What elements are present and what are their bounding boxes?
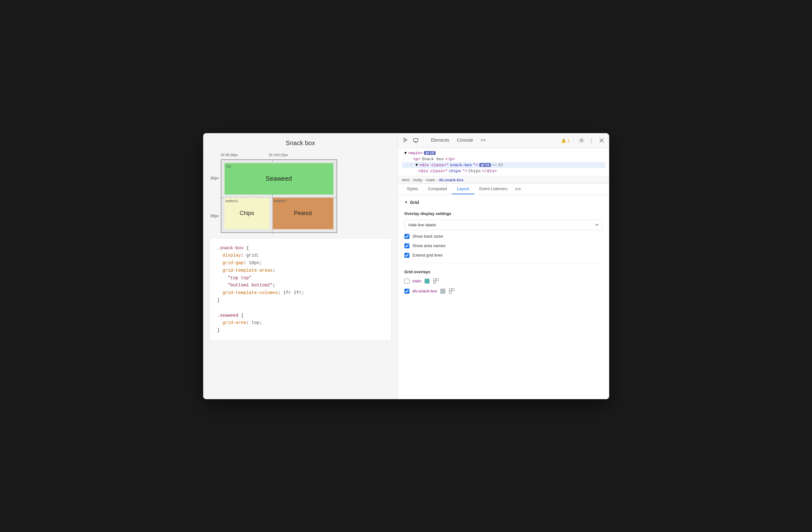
track-sizes-label: Show track sizes [412,234,444,239]
code-prop-area: grid-area [222,320,246,325]
tab-computed[interactable]: Computed [423,184,452,194]
code-val-areas2: "bottom1 bottom2" [228,283,273,288]
settings-icon[interactable] [578,137,585,144]
browser-window: Snack box 1fr·96.66px 2fr·193.32px 80px … [203,133,609,399]
dom-attr-chips: chips [449,169,461,173]
track-sizes-row: Show track sizes [404,234,603,239]
breadcrumb-snackbox[interactable]: div.snack-box [439,178,464,182]
area-names-checkbox[interactable] [404,243,409,248]
cursor-icon[interactable] [402,137,409,144]
tab-styles[interactable]: Styles [402,184,423,194]
code-val-area: top; [251,320,262,325]
row1-label: 80px [209,176,219,180]
overlay-snackbox-icon [448,288,455,294]
code-val-areas1: "top top" [228,276,251,280]
svg-point-4 [581,140,582,141]
svg-rect-10 [449,292,451,294]
code-val-gap: 10px; [249,260,262,265]
dom-line-main: ▼ <main> grid [402,150,605,156]
warning-icon: ⚠️ [561,138,566,143]
area-peanut: Peanut [273,198,333,229]
device-icon[interactable] [412,137,420,144]
devtools-main-tabs: Elements Console >> [427,133,490,148]
extend-lines-label: Extend grid lines [412,253,443,257]
warning-badge[interactable]: ⚠️ 1 [561,138,569,143]
dom-badge-main: grid [424,151,435,155]
area-top-label: Seaweed [266,175,292,182]
code-block: .snack-box { display: grid; grid-gap: 10… [209,238,392,341]
dom-text-p: Snack box [422,157,444,162]
svg-rect-6 [436,279,438,281]
dom-line-snackbox[interactable]: ··· ▼ <div class="snack-box"> grid == $0 [402,162,605,168]
dom-tag-main: <main> [408,151,423,155]
dom-dollar: $0 [498,163,503,167]
grid-section-title: ▼ Grid [404,200,603,205]
overlay-snackbox-row: div.snack-box [404,288,603,294]
dom-badge-snackbox: grid [479,163,491,167]
dom-line-p: <p> Snack box </p> [402,156,605,162]
col2-label: 2fr·193.32px [269,153,288,157]
area-names-row: Show area names [404,243,603,248]
code-selector1: .snack-box [217,246,244,251]
code-selector2: .seaweed [217,313,238,318]
svg-rect-9 [452,289,454,291]
track-sizes-checkbox[interactable] [404,234,409,239]
extend-lines-row: Extend grid lines [404,253,603,258]
line-labels-dropdown[interactable]: Hide line labels Show line numbers Show … [404,220,603,230]
overlay-main-checkbox[interactable] [404,279,409,284]
tab-elements[interactable]: Elements [427,133,453,148]
tabs-more-button[interactable]: >> [512,184,524,195]
snack-box-title: Snack box [209,139,392,147]
dom-tree: ▼ <main> grid <p> Snack box </p> ··· ▼ <… [398,148,609,176]
grid-row-labels: 80px 80px [209,159,219,235]
three-dot-icon: ⋮ [589,138,594,143]
grid-box: Seaweed Chips Peanut [221,159,337,233]
tab-layout[interactable]: Layout [452,184,474,194]
svg-rect-3 [415,142,417,143]
warning-count: 1 [567,138,569,143]
overlay-snackbox-label: div.snack-box [412,289,437,293]
col1-label: 1fr·96.66px [221,153,266,157]
overlay-snackbox-color[interactable] [440,289,445,294]
tabs-bar: Styles Computed Layout Event Listeners >… [398,184,609,195]
dom-text-chips: Chips [468,169,481,173]
code-val-cols: 1fr 2fr; [284,290,304,295]
code-prop-display: display [222,253,241,258]
dom-tag-p: <p> [413,157,420,162]
overlay-main-label: main [412,279,421,283]
area-peanut-label: Peanut [294,210,311,216]
breadcrumb-main[interactable]: main [426,178,435,182]
dom-tag-p-close: </p> [445,157,455,162]
breadcrumb-html[interactable]: html [402,178,410,182]
tab-event-listeners[interactable]: Event Listeners [474,184,512,194]
grid-column-labels: 1fr·96.66px 2fr·193.32px [221,153,347,157]
devtools-toolbar: Elements Console >> ⚠️ 1 ⋮ [398,133,609,148]
overlay-main-color[interactable] [424,279,430,284]
close-icon[interactable] [598,137,605,144]
breadcrumb-body[interactable]: body [413,178,422,182]
grid-overlays-title: Grid overlays [404,269,603,274]
overlay-settings-title: Overlay display settings [404,211,603,216]
grid-chevron: ▼ [404,200,408,205]
grid-preview-container: 1fr·96.66px 2fr·193.32px 80px 80px Seawe… [209,153,392,233]
overlay-snackbox-checkbox[interactable] [404,289,409,294]
tab-console[interactable]: Console [453,133,477,148]
grid-title-label: Grid [410,200,419,205]
svg-rect-7 [433,281,436,284]
code-prop-gap: grid-gap [222,260,243,265]
tab-more[interactable]: >> [477,133,489,148]
toolbar-separator-2 [574,137,574,144]
dom-line-chips: <div class="chips"> Chips </div> [402,168,605,174]
left-panel: Snack box 1fr·96.66px 2fr·193.32px 80px … [203,133,398,399]
more-options-icon[interactable]: ⋮ [588,137,595,144]
row2-label: 80px [209,214,219,218]
dom-tag-chips: <div class=" [418,169,448,173]
svg-rect-8 [449,289,451,291]
toolbar-separator-1 [423,137,424,144]
breadcrumb: html › body › main › div.snack-box [398,176,609,184]
code-prop-areas: grid-template-areas [222,268,273,273]
overlay-main-icon [433,278,439,284]
svg-rect-5 [433,279,436,281]
right-panel: Elements Console >> ⚠️ 1 ⋮ [398,133,609,399]
extend-lines-checkbox[interactable] [404,253,409,258]
